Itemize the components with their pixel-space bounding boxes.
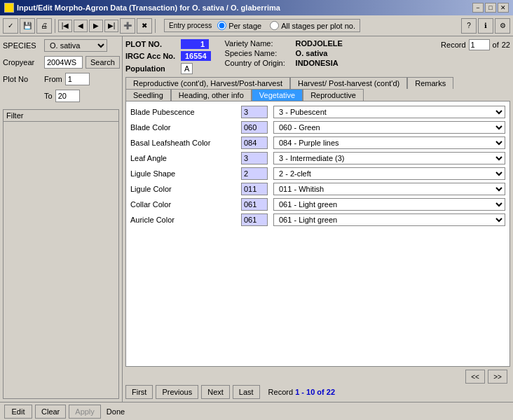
info-button[interactable]: ℹ [478,18,493,34]
record-label: Record [441,41,465,49]
table-row: Leaf Angle3 - Intermediate (3) [130,152,505,164]
row-code-input[interactable] [241,198,268,211]
record-text: Record [268,388,293,396]
cropyear-input[interactable] [44,56,83,69]
row-label: Blade Pubescence [130,108,235,116]
clear-button[interactable]: Clear [35,405,66,419]
close-button[interactable]: ✕ [498,3,509,13]
table-row: Basal Leafsheath Color084 - Purple lines [130,136,505,149]
tabs-row2: Seedling Heading, other info Vegetative … [125,89,510,101]
row-code-input[interactable] [241,214,268,226]
prev-nav-button[interactable]: ◀ [74,20,88,32]
row-code-input[interactable] [241,152,268,164]
all-stages-label: All stages per plot no. [281,22,355,30]
edit-button[interactable]: Edit [4,405,32,419]
right-panel: PLOT NO. 1 IRGC Acc No. 16554 Population… [123,36,513,402]
row-value-select[interactable]: 3 - Intermediate (3) [273,152,505,164]
row-label: Ligule Shape [130,169,235,178]
table-row: Ligule Shape2 - 2-cleft [130,167,505,180]
previous-button[interactable]: Previous [156,385,198,399]
tabs-row1: Reproductive (cont'd), Harvest/Post-harv… [125,77,510,89]
last-button[interactable]: Last [233,385,260,399]
plotno-from-input[interactable] [65,73,90,85]
row-value-select[interactable]: 061 - Light green [273,214,505,226]
population-row: Population A [125,63,211,74]
per-stage-radio[interactable] [217,21,226,30]
row-code-input[interactable] [241,183,268,195]
all-stages-radio[interactable] [270,21,279,30]
row-code-input[interactable] [241,167,268,180]
population-value: A [181,63,193,74]
tab-vegetative[interactable]: Vegetative [252,89,303,101]
row-value-select[interactable]: 061 - Light green [273,198,505,211]
table-row: Auricle Color061 - Light green [130,214,505,226]
title-bar: Input/Edit Morpho-Agron Data (Transactio… [0,0,513,15]
tab-seedling[interactable]: Seedling [125,89,171,101]
check-button[interactable]: ✓ [3,18,18,34]
row-value-select[interactable]: 060 - Green [273,121,505,134]
plot-no-value: 1 [181,39,209,49]
settings-button[interactable]: ⚙ [495,18,510,34]
record-info: Record of 22 [441,39,510,50]
header-row: PLOT NO. 1 IRGC Acc No. 16554 Population… [125,39,510,74]
irgc-label: IRGC Acc No. [125,52,178,60]
print-button[interactable]: 🖨 [36,18,52,34]
minimize-button[interactable]: − [472,3,484,13]
search-button[interactable]: Search [86,56,120,69]
next-nav-button[interactable]: ▶ [89,20,103,32]
plotno-to-input[interactable] [55,90,80,102]
row-value-select[interactable]: 3 - Pubescent [273,106,505,118]
tab-reproductive[interactable]: Reproductive [303,89,364,101]
row-value-select[interactable]: 084 - Purple lines [273,136,505,149]
species-name-label: Species Name: [225,49,292,57]
row-label: Leaf Angle [130,154,235,162]
country-value: INDONESIA [296,59,338,67]
per-stage-label: Per stage [228,22,261,30]
first-button[interactable]: First [125,385,153,399]
prev-page-button[interactable]: << [465,370,485,384]
variety-info: Variety Name: RODJOLELE Species Name: O.… [225,39,343,67]
population-label: Population [125,64,178,73]
tab-heading[interactable]: Heading, other info [171,89,252,101]
row-code-input[interactable] [241,106,268,118]
delete-button[interactable]: ✖ [137,18,152,34]
next-page-btn[interactable]: Next [201,385,230,399]
row-value-select[interactable]: 011 - Whitish [273,183,505,195]
record-total: 22 [502,41,510,49]
maximize-button[interactable]: □ [485,3,496,13]
plot-no-label: PLOT NO. [125,40,178,48]
cropyear-label: Cropyear [3,58,41,66]
species-select[interactable]: O. sativa [44,39,107,52]
record-current-input[interactable] [469,39,490,50]
row-code-input[interactable] [241,121,268,134]
all-stages-option[interactable]: All stages per plot no. [270,21,355,30]
first-nav-button[interactable]: |◀ [58,20,72,32]
species-row: SPECIES O. sativa [3,39,119,52]
plot-no-row: PLOT NO. 1 [125,39,211,49]
main-content: SPECIES O. sativa Cropyear Search Plot N… [0,36,513,402]
row-code-input[interactable] [241,136,268,149]
plotno-to-row: To [3,90,119,102]
tab-harvest-contd[interactable]: Harvest/ Post-harvest (cont'd) [290,77,407,89]
entry-process-radios: Per stage All stages per plot no. [217,21,355,30]
row-value-select[interactable]: 2 - 2-cleft [273,167,505,180]
tab-remarks[interactable]: Remarks [407,77,453,89]
tab-repro-harvest[interactable]: Reproductive (cont'd), Harvest/Post-harv… [125,77,290,89]
species-name-value: O. sativa [296,49,328,57]
per-stage-option[interactable]: Per stage [217,21,261,30]
irgc-value: 16554 [181,51,211,61]
entry-process-label: Entry process [169,22,212,29]
row-label: Blade Color [130,123,235,132]
help-button[interactable]: ? [461,18,477,34]
toolbar: ✓ 💾 🖨 |◀ ◀ ▶ ▶| ➕ ✖ Entry process Per st… [0,15,513,36]
next-page-button[interactable]: >> [488,370,507,384]
last-nav-button[interactable]: ▶| [104,20,118,32]
irgc-row: IRGC Acc No. 16554 [125,51,211,61]
variety-name-row: Variety Name: RODJOLELE [225,39,343,48]
add-button[interactable]: ➕ [120,18,135,34]
save-button[interactable]: 💾 [20,18,35,34]
filter-label: Filter [4,110,118,122]
table-row: Ligule Color011 - Whitish [130,183,505,195]
page-nav-arrows: << >> [125,367,510,385]
apply-button[interactable]: Apply [69,405,101,419]
